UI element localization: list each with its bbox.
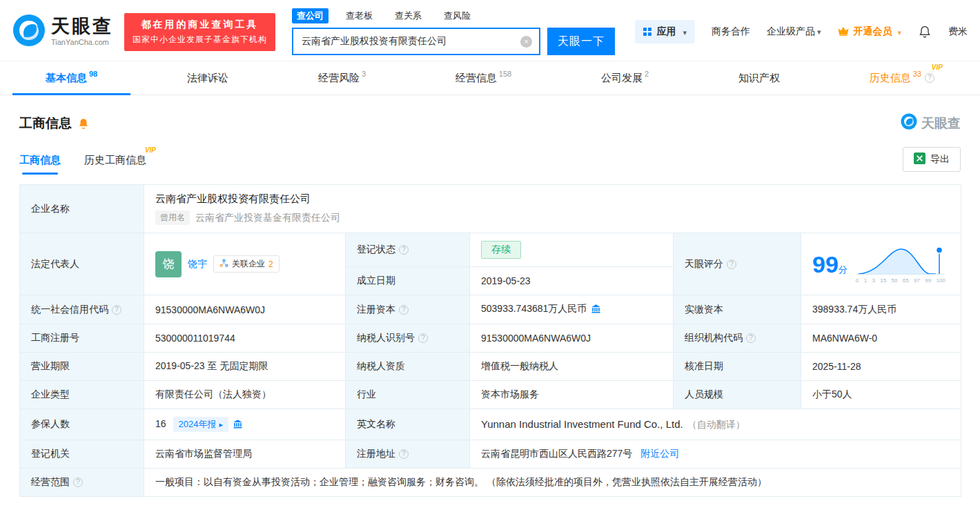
- business-info-table: 企业名称 云南省产业股权投资有限责任公司 曾用名 云南省产业投资基金有限责任公司…: [19, 184, 961, 497]
- reg-address-label: 注册地址: [346, 440, 470, 469]
- legal-rep-cell: 饶 饶宇 关联企业 2: [144, 233, 346, 295]
- credit-code-label: 统一社会信用代码: [20, 295, 144, 324]
- score-cell: 99分 0131550659799100: [801, 233, 961, 295]
- tab-operating-risk[interactable]: 经营风险3: [313, 61, 371, 95]
- site-logo[interactable]: 天眼查 TianYanCha.com: [12, 14, 113, 50]
- english-name-cell: Yunnan Industrial Investment Fund Co., L…: [470, 409, 961, 440]
- help-question-icon[interactable]: [925, 73, 934, 83]
- logo-text: 天眼查: [51, 17, 113, 36]
- search-tab-company[interactable]: 查公司: [292, 8, 329, 23]
- help-question-icon[interactable]: [112, 305, 121, 315]
- export-button[interactable]: 导出: [903, 147, 961, 172]
- business-scope-label: 经营范围: [20, 469, 144, 497]
- help-question-icon[interactable]: [399, 245, 409, 255]
- watermark-text: 天眼查: [921, 115, 961, 132]
- related-companies-label: 关联企业: [232, 258, 265, 270]
- help-question-icon[interactable]: [399, 449, 409, 459]
- business-term-label: 营业期限: [20, 353, 144, 381]
- company-type-value: 有限责任公司（法人独资）: [144, 381, 346, 409]
- search-tab-boss[interactable]: 查老板: [341, 8, 378, 23]
- subtab-row: 工商信息 VIP 历史工商信息 导出: [19, 147, 961, 175]
- score-unit: 分: [839, 264, 847, 275]
- nav-cooperation[interactable]: 商务合作: [712, 26, 750, 38]
- legal-rep-name-link[interactable]: 饶宇: [188, 258, 207, 271]
- status-badge: 存续: [481, 241, 521, 259]
- insured-count-cell: 162024年报: [144, 409, 346, 440]
- promo-banner: 都在用的商业查询工具 国家中小企业发展子基金旗下机构: [124, 13, 275, 51]
- table-row: 登记机关 云南省市场监督管理局 注册地址 云南省昆明市西山区人民西路277号附近…: [20, 440, 961, 469]
- promo-banner-line1: 都在用的商业查询工具: [133, 19, 267, 31]
- vip-badge: VIP: [145, 146, 156, 154]
- open-membership-button[interactable]: 开通会员: [837, 26, 901, 39]
- search-tabs: 查公司 查老板 查关系 查风险: [292, 8, 615, 23]
- score-axis: 0131550659799100: [856, 277, 945, 284]
- reg-capital-cell: 503933.743681万人民币: [470, 295, 674, 324]
- tianyancha-logo-icon: [12, 14, 46, 50]
- legal-rep-avatar[interactable]: 饶: [155, 251, 182, 277]
- subtab-history-business-info[interactable]: VIP 历史工商信息: [84, 154, 146, 175]
- chevron-down-icon: [895, 26, 901, 37]
- table-row: 统一社会信用代码 91530000MA6NWA6W0J 注册资本 503933.…: [20, 295, 961, 324]
- watermark-logo: 天眼查: [901, 113, 961, 133]
- score-distribution-chart: [856, 245, 945, 277]
- nearby-companies-link[interactable]: 附近公司: [640, 448, 679, 459]
- help-question-icon[interactable]: [399, 305, 409, 315]
- table-row: 工商注册号 530000011019744 纳税人识别号 91530000MA6…: [20, 324, 961, 353]
- help-question-icon[interactable]: [727, 259, 736, 269]
- user-menu[interactable]: 费米: [948, 26, 968, 38]
- former-name-value: 云南省产业投资基金有限责任公司: [195, 212, 340, 224]
- staff-size-label: 人员规模: [674, 381, 801, 409]
- tab-legal-proceedings[interactable]: 法律诉讼: [182, 61, 234, 95]
- establish-date-value: 2019-05-23: [470, 267, 674, 295]
- tab-business-info[interactable]: 经营信息158: [450, 61, 517, 95]
- reg-status-cell: 存续: [470, 233, 674, 267]
- annual-report-link[interactable]: 2024年报: [173, 417, 228, 432]
- tab-history-info[interactable]: VIP 历史信息33: [864, 61, 940, 95]
- table-row: 参保人数 162024年报 英文名称 Yunnan Industrial Inv…: [20, 409, 961, 440]
- former-name-tag: 曾用名: [155, 210, 190, 225]
- help-question-icon[interactable]: [418, 333, 428, 343]
- related-companies-badge[interactable]: 关联企业 2: [213, 255, 280, 273]
- crown-icon: [837, 26, 850, 39]
- table-row: 法定代表人 饶 饶宇 关联企业 2 登记状态 存续 天: [20, 233, 961, 267]
- apps-label: 应用: [656, 26, 676, 38]
- table-row: 营业期限 2019-05-23 至 无固定期限 纳税人资质 增值税一般纳税人 核…: [20, 353, 961, 381]
- top-header: 天眼查 TianYanCha.com 都在用的商业查询工具 国家中小企业发展子基…: [0, 0, 980, 61]
- staff-size-value: 小于50人: [801, 381, 961, 409]
- apps-menu[interactable]: 应用: [635, 20, 695, 43]
- english-name-value: Yunnan Industrial Investment Fund Co., L…: [481, 418, 683, 430]
- search-button[interactable]: 天眼一下: [547, 28, 615, 55]
- bank-icon[interactable]: [233, 420, 243, 431]
- reg-capital-value: 503933.743681万人民币: [481, 303, 587, 314]
- nav-enterprise-products[interactable]: 企业级产品: [767, 26, 821, 38]
- business-term-value: 2019-05-23 至 无固定期限: [144, 353, 346, 381]
- establish-date-label: 成立日期: [346, 267, 470, 295]
- help-question-icon[interactable]: [746, 333, 756, 343]
- related-companies-count: 2: [268, 259, 273, 269]
- tab-basic-info[interactable]: 基本信息98: [40, 61, 103, 95]
- subtab-business-info[interactable]: 工商信息: [19, 154, 61, 175]
- header-nav: 应用 商务合作 企业级产品 开通会员 费米: [635, 20, 968, 43]
- bank-icon[interactable]: [591, 305, 601, 316]
- approval-date-value: 2025-11-28: [801, 353, 961, 381]
- monitor-bell-icon[interactable]: [77, 117, 90, 130]
- company-name-cell: 云南省产业股权投资有限责任公司 曾用名 云南省产业投资基金有限责任公司: [144, 185, 961, 233]
- search-tab-relation[interactable]: 查关系: [390, 8, 427, 23]
- search-input[interactable]: [300, 35, 520, 48]
- english-name-label: 英文名称: [346, 409, 470, 440]
- clear-search-icon[interactable]: [520, 36, 532, 48]
- score-value: 99: [812, 251, 839, 277]
- business-scope-value: 一般项目：以自有资金从事投资活动；企业管理；融资咨询服务；财务咨询。 （除依法须…: [144, 469, 961, 497]
- help-question-icon[interactable]: [73, 478, 83, 487]
- industry-value: 资本市场服务: [470, 381, 674, 409]
- notifications-bell-icon[interactable]: [918, 25, 932, 39]
- org-code-value: MA6NWA6W-0: [801, 324, 961, 353]
- tianyancha-logo-icon: [901, 113, 917, 133]
- table-row: 经营范围 一般项目：以自有资金从事投资活动；企业管理；融资咨询服务；财务咨询。 …: [20, 469, 961, 497]
- search-tab-risk[interactable]: 查风险: [439, 8, 476, 23]
- tab-intellectual-property[interactable]: 知识产权: [733, 61, 785, 95]
- reg-address-cell: 云南省昆明市西山区人民西路277号附近公司: [470, 440, 961, 469]
- tab-company-development[interactable]: 公司发展2: [596, 61, 654, 95]
- search-box: [292, 28, 540, 55]
- company-name-label: 企业名称: [20, 185, 144, 233]
